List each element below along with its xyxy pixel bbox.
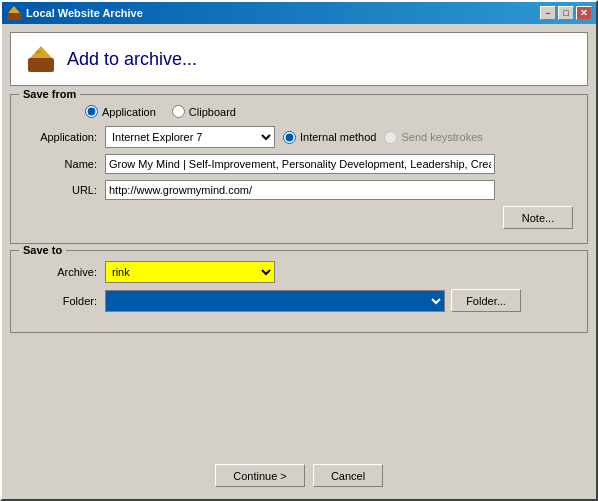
save-to-title: Save to bbox=[19, 244, 66, 256]
main-window: Local Website Archive − □ ✕ Add to archi… bbox=[0, 0, 598, 501]
internal-method-label[interactable]: Internal method bbox=[283, 131, 376, 144]
header-icon bbox=[25, 43, 57, 75]
note-row: Note... bbox=[25, 206, 573, 229]
url-row: URL: bbox=[25, 180, 573, 200]
archive-select[interactable]: rink bbox=[105, 261, 275, 283]
svg-rect-3 bbox=[28, 58, 54, 72]
save-from-section: Save from Application Clipboard Applicat… bbox=[10, 94, 588, 244]
folder-row: Folder: Folder... bbox=[25, 289, 573, 312]
radio-application-text: Application bbox=[102, 106, 156, 118]
archive-label: Archive: bbox=[25, 266, 105, 278]
name-label: Name: bbox=[25, 158, 105, 170]
radio-clipboard[interactable] bbox=[172, 105, 185, 118]
radio-application[interactable] bbox=[85, 105, 98, 118]
note-button[interactable]: Note... bbox=[503, 206, 573, 229]
send-keystrokes-label[interactable]: Send keystrokes bbox=[384, 131, 482, 144]
internal-method-text: Internal method bbox=[300, 131, 376, 143]
folder-select[interactable] bbox=[105, 290, 445, 312]
folder-button[interactable]: Folder... bbox=[451, 289, 521, 312]
radio-send-keystrokes bbox=[384, 131, 397, 144]
svg-rect-2 bbox=[11, 9, 14, 13]
radio-clipboard-text: Clipboard bbox=[189, 106, 236, 118]
url-input[interactable] bbox=[105, 180, 495, 200]
svg-rect-0 bbox=[7, 13, 21, 20]
radio-clipboard-label[interactable]: Clipboard bbox=[172, 105, 236, 118]
title-bar: Local Website Archive − □ ✕ bbox=[2, 2, 596, 24]
name-row: Name: bbox=[25, 154, 573, 174]
minimize-button[interactable]: − bbox=[540, 6, 556, 20]
url-label: URL: bbox=[25, 184, 105, 196]
folder-label: Folder: bbox=[25, 295, 105, 307]
maximize-button[interactable]: □ bbox=[558, 6, 574, 20]
save-to-section: Save to Archive: rink Folder: Folde bbox=[10, 250, 588, 333]
header-title: Add to archive... bbox=[67, 49, 197, 70]
application-select-wrapper: Internet Explorer 7 Internal method Send… bbox=[105, 126, 483, 148]
title-bar-left: Local Website Archive bbox=[6, 5, 143, 21]
close-button[interactable]: ✕ bbox=[576, 6, 592, 20]
method-options: Internal method Send keystrokes bbox=[283, 131, 483, 144]
application-label: Application: bbox=[25, 131, 105, 143]
title-bar-buttons: − □ ✕ bbox=[540, 6, 592, 20]
header-section: Add to archive... bbox=[10, 32, 588, 86]
send-keystrokes-text: Send keystrokes bbox=[401, 131, 482, 143]
save-from-title: Save from bbox=[19, 88, 80, 100]
bottom-bar: Continue > Cancel bbox=[10, 456, 588, 491]
archive-row: Archive: rink bbox=[25, 261, 573, 283]
folder-controls: Folder... bbox=[105, 289, 521, 312]
app-icon bbox=[6, 5, 22, 21]
application-select[interactable]: Internet Explorer 7 bbox=[105, 126, 275, 148]
radio-row: Application Clipboard bbox=[25, 105, 573, 118]
continue-button[interactable]: Continue > bbox=[215, 464, 305, 487]
window-content: Add to archive... Save from Application … bbox=[2, 24, 596, 499]
svg-rect-6 bbox=[36, 51, 41, 53]
radio-application-label[interactable]: Application bbox=[85, 105, 156, 118]
name-input[interactable] bbox=[105, 154, 495, 174]
cancel-button[interactable]: Cancel bbox=[313, 464, 383, 487]
application-row: Application: Internet Explorer 7 Interna… bbox=[25, 126, 573, 148]
main-panel: Save from Application Clipboard Applicat… bbox=[10, 94, 588, 456]
radio-internal-method[interactable] bbox=[283, 131, 296, 144]
window-title: Local Website Archive bbox=[26, 7, 143, 19]
